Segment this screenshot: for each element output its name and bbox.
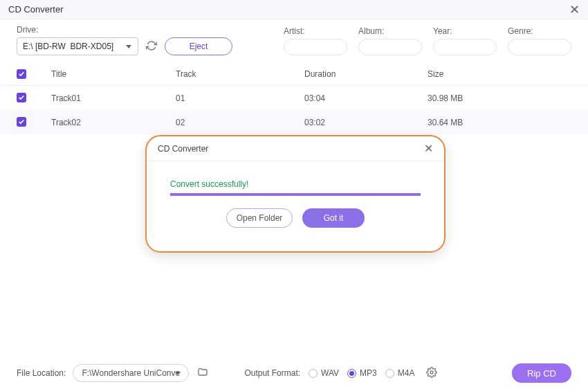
track-table: Title Track Duration Size Track01 01 03:…: [0, 64, 588, 134]
header-checkbox[interactable]: [17, 69, 51, 80]
format-radio-mp3[interactable]: MP3: [347, 368, 377, 378]
drive-label: Drive:: [17, 25, 232, 35]
genre-label: Genre:: [508, 26, 571, 36]
cell-size: 30.98 MB: [428, 93, 571, 103]
cell-title: Track02: [51, 118, 176, 127]
modal-title: CD Converter: [158, 144, 208, 154]
row-checkbox[interactable]: [17, 93, 51, 103]
modal-close-icon[interactable]: ✕: [424, 142, 433, 155]
file-location-wrap: [73, 364, 189, 382]
album-input[interactable]: [358, 39, 422, 55]
artist-label: Artist:: [284, 26, 347, 36]
folder-icon: [196, 367, 209, 378]
table-header: Title Track Duration Size: [0, 64, 588, 86]
format-label-m4a: M4A: [398, 368, 415, 378]
year-input[interactable]: [433, 39, 497, 55]
artist-column: Artist:: [284, 26, 347, 55]
header-title: Title: [51, 69, 176, 80]
genre-column: Genre:: [508, 26, 571, 55]
header-track: Track: [176, 69, 304, 80]
table-row[interactable]: Track02 02 03:02 30.64 MB: [0, 110, 588, 134]
got-it-button[interactable]: Got it: [302, 208, 365, 228]
output-format-label: Output Format:: [244, 368, 300, 378]
table-row[interactable]: Track01 01 03:04 30.98 MB: [0, 86, 588, 110]
modal-header: CD Converter ✕: [147, 136, 444, 161]
top-controls: Drive: Eject Artist: Album: Year: Genre:: [0, 19, 588, 64]
title-bar: CD Converter ✕: [0, 0, 588, 19]
cell-duration: 03:02: [304, 118, 428, 127]
refresh-button[interactable]: [144, 38, 159, 53]
success-modal: CD Converter ✕ Convert successfully! Ope…: [145, 135, 445, 253]
format-radio-m4a[interactable]: M4A: [385, 368, 415, 378]
browse-folder-button[interactable]: [196, 367, 210, 379]
album-column: Album:: [358, 26, 422, 55]
cell-duration: 03:04: [304, 93, 428, 103]
cell-track: 02: [176, 118, 304, 127]
output-format-group: Output Format: WAV MP3 M4A: [244, 367, 438, 379]
close-icon[interactable]: ✕: [569, 2, 580, 17]
format-radio-wav[interactable]: WAV: [309, 368, 339, 378]
year-label: Year:: [433, 26, 497, 36]
file-location-select[interactable]: [73, 364, 189, 382]
svg-point-0: [430, 371, 433, 374]
eject-button[interactable]: Eject: [165, 37, 232, 55]
drive-column: Drive: Eject: [17, 25, 232, 55]
format-settings-button[interactable]: [425, 367, 438, 379]
gear-icon: [426, 367, 437, 378]
header-size: Size: [428, 69, 571, 80]
row-checkbox[interactable]: [17, 117, 51, 127]
metadata-fields: Artist: Album: Year: Genre:: [284, 26, 571, 55]
modal-footer: Open Folder Got it: [170, 196, 421, 228]
format-label-mp3: MP3: [360, 368, 377, 378]
window-title: CD Converter: [8, 4, 63, 15]
file-location-label: File Location:: [17, 368, 66, 378]
header-duration: Duration: [304, 69, 428, 80]
format-label-wav: WAV: [321, 368, 339, 378]
modal-body: Convert successfully! Open Folder Got it: [147, 161, 444, 235]
album-label: Album:: [358, 26, 422, 36]
cell-size: 30.64 MB: [428, 118, 571, 127]
open-folder-button[interactable]: Open Folder: [226, 208, 293, 228]
genre-input[interactable]: [508, 39, 571, 55]
artist-input[interactable]: [284, 39, 347, 55]
year-column: Year:: [433, 26, 497, 55]
cell-track: 01: [176, 93, 304, 103]
bottom-bar: File Location: Output Format: WAV MP3 M4…: [0, 357, 588, 389]
cell-title: Track01: [51, 93, 176, 103]
rip-cd-button[interactable]: Rip CD: [512, 363, 571, 383]
drive-select-wrap: [17, 37, 138, 55]
success-message: Convert successfully!: [170, 179, 421, 189]
drive-select[interactable]: [17, 37, 138, 55]
refresh-icon: [146, 40, 157, 51]
